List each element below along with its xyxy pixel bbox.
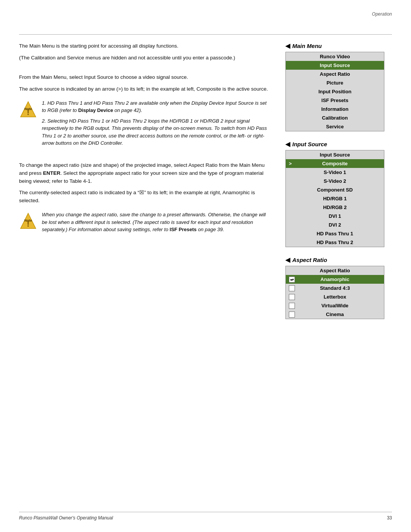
- aspect-ratio-panel-title: ◀ Aspect Ratio: [285, 256, 392, 264]
- ar-row-letterbox[interactable]: Letterbox: [286, 292, 384, 301]
- main-menu-arrow-icon: ◀: [285, 42, 290, 50]
- svg-text:Note: Note: [24, 107, 32, 111]
- is-row-svideo2: S-Video 2: [286, 177, 384, 185]
- ar-row-virtualwide[interactable]: VirtualWide: [286, 301, 384, 310]
- input-source-arrow-icon: ◀: [285, 141, 290, 148]
- main-menu-panel-title: ◀ Main Menu: [285, 42, 392, 50]
- is-row-component-sd: Component SD: [286, 185, 384, 194]
- aspect-ratio-panel: Aspect Ratio ⥴ Anamorphic Standard 4:3 L…: [285, 266, 384, 319]
- note-content-2: When you change the aspect ratio, save t…: [42, 211, 270, 233]
- aspect-ratio-note-block: ! Note When you change the aspect ratio,…: [19, 211, 270, 233]
- is-row-hdpassthru1: HD Pass Thru 1: [286, 229, 384, 238]
- aspect-ratio-intro1: To change the aspect ratio (size and sha…: [19, 161, 270, 185]
- content-layout: The Main Menu is the starting point for …: [19, 42, 392, 328]
- main-menu-panel: Runco Video Input Source Aspect Ratio Pi…: [285, 52, 384, 131]
- main-menu-section: The Main Menu is the starting point for …: [19, 42, 270, 62]
- ar-row-anamorphic[interactable]: ⥴ Anamorphic: [286, 275, 384, 284]
- operation-label: Operation: [372, 11, 392, 17]
- main-menu-title-text: Main Menu: [292, 43, 322, 49]
- is-row-hdpassthru2: HD Pass Thru 2: [286, 238, 384, 247]
- ar-row-header: Aspect Ratio: [286, 266, 384, 275]
- input-source-intro1: From the Main Menu, select Input Source …: [19, 73, 270, 81]
- note-line-1: 1. HD Pass Thru 1 and HD Pass Thru 2 are…: [42, 99, 270, 114]
- menu-row-input-source[interactable]: Input Source: [286, 61, 384, 70]
- note-line-2: 2. Selecting HD Pass Thru 1 or HD Pass T…: [42, 117, 270, 147]
- menu-row-picture: Picture: [286, 78, 384, 87]
- is-row-header: Input Source: [286, 150, 384, 159]
- input-source-panel: Input Source > Composite S-Video 1 S-Vid…: [285, 150, 384, 247]
- aspect-ratio-title-text: Aspect Ratio: [292, 257, 327, 263]
- menu-row-runco-video: Runco Video: [286, 52, 384, 61]
- aspect-ratio-intro2: The currently-selected aspect ratio is i…: [19, 189, 270, 205]
- main-menu-intro: The Main Menu is the starting point for …: [19, 42, 270, 50]
- ar-row-cinema[interactable]: Cinema: [286, 310, 384, 319]
- menu-row-isf-presets: ISF Presets: [286, 96, 384, 105]
- input-source-title-text: Input Source: [292, 141, 327, 147]
- aspect-ratio-arrow-icon: ◀: [285, 256, 290, 264]
- svg-text:Note: Note: [24, 219, 32, 222]
- note-content-1: 1. HD Pass Thru 1 and HD Pass Thru 2 are…: [42, 99, 270, 150]
- menu-row-information: Information: [286, 105, 384, 113]
- left-column: The Main Menu is the starting point for …: [19, 42, 274, 328]
- right-column: ◀ Main Menu Runco Video Input Source Asp…: [285, 42, 392, 328]
- page-footer: Runco PlasmaWall Owner's Operating Manua…: [19, 512, 392, 521]
- standard43-checkbox: [289, 285, 295, 291]
- cinema-checkbox: [289, 312, 295, 318]
- aspect-ratio-section: To change the aspect ratio (size and sha…: [19, 161, 270, 233]
- is-row-composite[interactable]: > Composite: [286, 159, 384, 168]
- letterbox-checkbox: [289, 294, 295, 300]
- anamorphic-checkbox: ⥴: [289, 276, 295, 283]
- note-icon-1: ! Note: [19, 100, 37, 118]
- virtualwide-checkbox: [289, 303, 295, 309]
- is-row-hdrgb2: HD/RGB 2: [286, 203, 384, 212]
- input-source-note-block: ! Note 1. HD Pass Thru 1 and HD Pass Thr…: [19, 99, 270, 150]
- is-row-dvi2: DVI 2: [286, 220, 384, 229]
- ar-row-standard43[interactable]: Standard 4:3: [286, 284, 384, 292]
- input-source-section: From the Main Menu, select Input Source …: [19, 73, 270, 150]
- page-container: Operation The Main Menu is the starting …: [0, 0, 411, 532]
- note-icon-2: ! Note: [19, 212, 37, 230]
- menu-row-service: Service: [286, 122, 384, 131]
- menu-row-calibration: Calibration: [286, 113, 384, 122]
- input-source-intro2: The active source is indicated by an arr…: [19, 85, 270, 93]
- input-source-panel-title: ◀ Input Source: [285, 141, 392, 148]
- footer-page-number: 33: [387, 515, 392, 521]
- is-row-hdrgb1: HD/RGB 1: [286, 194, 384, 203]
- top-rule: [19, 34, 392, 35]
- menu-row-input-position: Input Position: [286, 87, 384, 96]
- main-menu-note: (The Calibration and Service menus are h…: [19, 54, 270, 62]
- composite-arrow-icon: >: [289, 161, 292, 166]
- is-row-dvi1: DVI 1: [286, 212, 384, 220]
- menu-row-aspect-ratio: Aspect Ratio: [286, 70, 384, 78]
- is-row-svideo1: S-Video 1: [286, 168, 384, 177]
- footer-left: Runco PlasmaWall Owner's Operating Manua…: [19, 515, 113, 521]
